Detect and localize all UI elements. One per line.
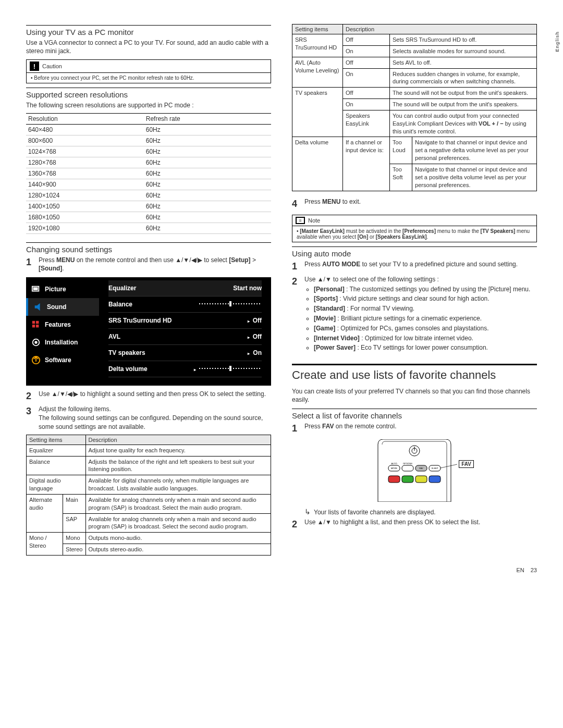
- caution-label: Caution: [42, 63, 62, 69]
- osd-menu-features: Features: [26, 316, 99, 334]
- sound-settings-table-1: Setting items Description EqualizerAdjus…: [26, 435, 271, 556]
- table-row: 1440×90060Hz: [26, 179, 271, 190]
- t2-h1: Setting items: [292, 24, 343, 34]
- t1-r1c1: Balance: [27, 456, 86, 475]
- hz-cell: 60Hz: [144, 212, 271, 223]
- t1-r3c1: Alternate audio: [27, 494, 63, 532]
- res-cell: 1024×768: [26, 146, 144, 157]
- footer-lang: EN: [516, 567, 524, 573]
- osd-menu-label: Software: [45, 356, 71, 364]
- osd-row-name: Delta volume: [108, 365, 148, 373]
- osd-menu-label: Installation: [45, 339, 78, 346]
- osd-row: Balance: [108, 297, 262, 313]
- svg-rect-3: [36, 321, 39, 324]
- res-cell: 1920×1080: [26, 223, 144, 233]
- osd-row-val: ▸Off: [248, 317, 262, 324]
- note-icon: ≡: [296, 217, 305, 224]
- t1-r4d: Available for analog channels only when …: [85, 513, 271, 533]
- list-item: [Internet Video] : Optimized for low bit…: [314, 334, 537, 343]
- t1-r4c2: SAP: [63, 513, 85, 533]
- auto-step1: Press AUTO MODE to set your TV to a pred…: [304, 260, 537, 273]
- table-row: 640×48060Hz: [26, 124, 271, 135]
- osd-screenshot: PictureSoundFeaturesInstallationSoftware…: [26, 277, 271, 386]
- t2-h2: Description: [343, 24, 537, 34]
- svg-rect-21: [429, 476, 440, 483]
- t1-r6d: Outputs stereo-audio.: [85, 544, 271, 556]
- osd-row: SRS TruSurround HD▸Off: [108, 313, 262, 329]
- fav-step2: Use ▲/▼ to highlight a list, and then pr…: [304, 518, 537, 531]
- sound-step3: Adjust the following items. The followin…: [39, 405, 271, 431]
- heading-favorites: Create and use lists of favorite channel…: [292, 364, 537, 382]
- heading-sound: Changing sound settings: [26, 242, 271, 254]
- remote-btn-options: OPTIONS: [403, 462, 412, 465]
- table-row: 1400×105060Hz: [26, 201, 271, 212]
- res-cell: 1280×768: [26, 157, 144, 168]
- hz-cell: 60Hz: [144, 201, 271, 212]
- remote-btn-auto: AUTO: [391, 462, 397, 465]
- left-column: Using your TV as a PC monitor Use a VGA …: [26, 21, 271, 562]
- t2-delta-loud: Too Loud: [390, 137, 412, 164]
- osd-menu-software: Software: [26, 351, 99, 369]
- svg-rect-1: [33, 288, 38, 290]
- list-item: [Power Saver] : Eco TV settings for lowe…: [314, 343, 537, 352]
- osd-row: AVL▸Off: [108, 329, 262, 345]
- fav-result: ↳Your lists of favorite channels are dis…: [292, 508, 537, 516]
- caution-box: ! Caution • Before you connect your PC, …: [26, 59, 271, 83]
- t2-avl-on: On: [343, 68, 390, 88]
- table-row: 1280×76860Hz: [26, 157, 271, 168]
- res-cell: 800×600: [26, 135, 144, 146]
- svg-rect-19: [402, 476, 413, 483]
- hz-cell: 60Hz: [144, 223, 271, 233]
- hz-cell: 60Hz: [144, 146, 271, 157]
- heading-auto-mode: Using auto mode: [292, 246, 537, 258]
- hz-cell: 60Hz: [144, 179, 271, 190]
- res-th2: Refresh rate: [144, 113, 271, 124]
- t2-avl-off: Off: [343, 57, 390, 68]
- t2-tvsp-on: On: [343, 99, 390, 110]
- hz-cell: 60Hz: [144, 168, 271, 179]
- osd-menu-installation: Installation: [26, 334, 99, 351]
- res-cell: 1680×1050: [26, 212, 144, 223]
- fav-callout: FAV: [459, 460, 474, 468]
- osd-row: TV speakers▸On: [108, 345, 262, 361]
- page-columns: Using your TV as a PC monitor Use a VGA …: [26, 21, 537, 562]
- svg-rect-14: [402, 465, 413, 471]
- res-cell: 1360×768: [26, 168, 144, 179]
- t1-r5c1: Mono / Stereo: [27, 533, 63, 556]
- t1-r6c2: Stereo: [63, 544, 85, 556]
- t1-r2c1: Digital audio language: [27, 475, 86, 495]
- note-label: Note: [308, 217, 320, 224]
- svg-rect-20: [415, 476, 427, 483]
- t1-r0d: Adjust tone quality for each frequency.: [85, 445, 271, 456]
- t1-h2: Description: [85, 435, 271, 445]
- sound-step1: Press MENU on the remote control and the…: [39, 256, 271, 274]
- heading-resolutions: Supported screen resolutions: [26, 88, 271, 99]
- table-row: 1024×76860Hz: [26, 146, 271, 157]
- svg-rect-2: [32, 321, 35, 324]
- t2-delta-mid: If a channel or input device is:: [343, 137, 390, 191]
- svg-line-17: [440, 464, 457, 468]
- osd-row-name: SRS TruSurround HD: [108, 317, 172, 324]
- pc-monitor-intro: Use a VGA connector to connect a PC to y…: [26, 39, 271, 55]
- osd-menu-label: Sound: [47, 303, 66, 311]
- res-cell: 1440×900: [26, 179, 144, 190]
- hz-cell: 60Hz: [144, 124, 271, 135]
- t2-avl-offd: Sets AVL to off.: [390, 57, 537, 68]
- caution-icon: !: [30, 61, 39, 71]
- osd-menu-label: Features: [45, 321, 71, 328]
- t2-tvsp-el: Speakers EasyLink: [343, 110, 390, 137]
- res-th1: Resolution: [26, 113, 144, 124]
- t2-delta-loudd: Navigate to that channel or input device…: [412, 137, 537, 164]
- osd-menu-label: Picture: [45, 286, 66, 293]
- fav-intro: You can create lists of your preferred T…: [292, 387, 537, 404]
- remote-btn-sleep: SLEEP: [432, 467, 438, 470]
- table-row: 1280×102460Hz: [26, 190, 271, 201]
- t2-srs-on: On: [343, 45, 390, 57]
- osd-row-val: Start now: [233, 285, 262, 292]
- list-item: [Personal] : The customized settings you…: [314, 285, 537, 294]
- auto-step2: Use ▲/▼ to select one of the following s…: [304, 275, 537, 354]
- resolution-table: Resolution Refresh rate 640×48060Hz800×6…: [26, 113, 271, 234]
- osd-row: Delta volume▸: [108, 361, 262, 377]
- res-cell: 640×480: [26, 124, 144, 135]
- right-column: Setting items Description SRS TruSurroun…: [292, 21, 537, 562]
